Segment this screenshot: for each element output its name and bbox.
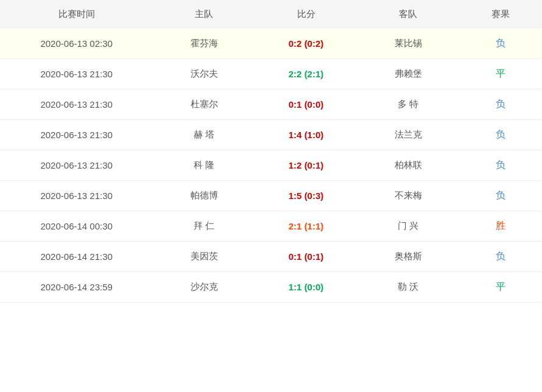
table-row: 2020-06-14 23:59沙尔克1:1 (0:0)勒 沃平 [0, 272, 542, 303]
match-time: 2020-06-13 21:30 [0, 150, 153, 181]
match-result: 负 [459, 181, 542, 211]
header-time: 比赛时间 [0, 0, 153, 29]
match-score: 0:2 (0:2) [255, 29, 357, 59]
match-score: 1:5 (0:3) [255, 181, 357, 211]
home-team: 美因茨 [153, 242, 255, 272]
match-time: 2020-06-14 00:30 [0, 211, 153, 242]
table-row: 2020-06-13 21:30科 隆1:2 (0:1)柏林联负 [0, 150, 542, 181]
match-score: 1:2 (0:1) [255, 150, 357, 181]
table-header-row: 比赛时间 主队 比分 客队 赛果 [0, 0, 542, 29]
away-team: 柏林联 [357, 150, 459, 181]
away-team: 法兰克 [357, 120, 459, 150]
match-time: 2020-06-13 21:30 [0, 89, 153, 120]
match-result: 平 [459, 272, 542, 303]
match-result: 负 [459, 29, 542, 59]
match-result: 负 [459, 242, 542, 272]
header-result: 赛果 [459, 0, 542, 29]
match-time: 2020-06-13 21:30 [0, 59, 153, 89]
match-score: 1:1 (0:0) [255, 272, 357, 303]
match-result: 负 [459, 89, 542, 120]
match-time: 2020-06-14 21:30 [0, 242, 153, 272]
table-row: 2020-06-14 00:30拜 仁2:1 (1:1)门 兴胜 [0, 211, 542, 242]
match-time: 2020-06-13 02:30 [0, 29, 153, 59]
match-score: 0:1 (0:0) [255, 89, 357, 120]
match-score: 2:1 (1:1) [255, 211, 357, 242]
home-team: 赫 塔 [153, 120, 255, 150]
home-team: 科 隆 [153, 150, 255, 181]
home-team: 沙尔克 [153, 272, 255, 303]
header-home: 主队 [153, 0, 255, 29]
away-team: 多 特 [357, 89, 459, 120]
away-team: 弗赖堡 [357, 59, 459, 89]
home-team: 沃尔夫 [153, 59, 255, 89]
match-result: 负 [459, 120, 542, 150]
match-time: 2020-06-14 23:59 [0, 272, 153, 303]
away-team: 勒 沃 [357, 272, 459, 303]
match-time: 2020-06-13 21:30 [0, 181, 153, 211]
match-score: 2:2 (2:1) [255, 59, 357, 89]
table-row: 2020-06-13 21:30沃尔夫2:2 (2:1)弗赖堡平 [0, 59, 542, 89]
away-team: 不来梅 [357, 181, 459, 211]
match-score: 1:4 (1:0) [255, 120, 357, 150]
match-result: 平 [459, 59, 542, 89]
match-time: 2020-06-13 21:30 [0, 120, 153, 150]
match-score: 0:1 (0:1) [255, 242, 357, 272]
home-team: 拜 仁 [153, 211, 255, 242]
header-away: 客队 [357, 0, 459, 29]
match-result: 负 [459, 150, 542, 181]
table-row: 2020-06-13 02:30霍芬海0:2 (0:2)莱比锡负 [0, 29, 542, 59]
matches-table: 比赛时间 主队 比分 客队 赛果 2020-06-13 02:30霍芬海0:2 … [0, 0, 542, 303]
table-row: 2020-06-13 21:30赫 塔1:4 (1:0)法兰克负 [0, 120, 542, 150]
table-row: 2020-06-13 21:30帕德博1:5 (0:3)不来梅负 [0, 181, 542, 211]
home-team: 杜塞尔 [153, 89, 255, 120]
matches-table-container: 比赛时间 主队 比分 客队 赛果 2020-06-13 02:30霍芬海0:2 … [0, 0, 542, 303]
table-row: 2020-06-13 21:30杜塞尔0:1 (0:0)多 特负 [0, 89, 542, 120]
header-score: 比分 [255, 0, 357, 29]
table-row: 2020-06-14 21:30美因茨0:1 (0:1)奥格斯负 [0, 242, 542, 272]
match-result: 胜 [459, 211, 542, 242]
away-team: 门 兴 [357, 211, 459, 242]
away-team: 莱比锡 [357, 29, 459, 59]
home-team: 霍芬海 [153, 29, 255, 59]
away-team: 奥格斯 [357, 242, 459, 272]
home-team: 帕德博 [153, 181, 255, 211]
